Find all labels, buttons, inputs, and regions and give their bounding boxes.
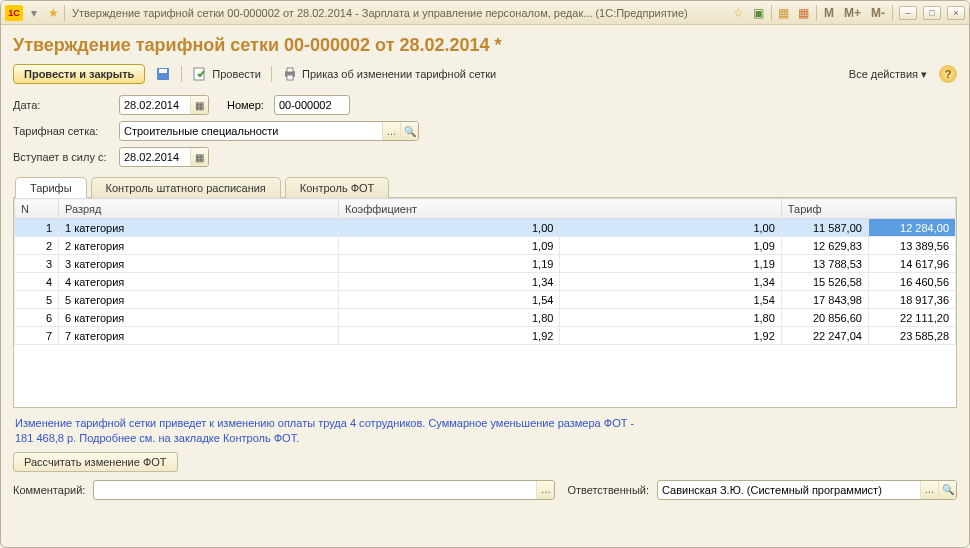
cell-n[interactable]: 6 [15, 309, 59, 327]
cell-t2[interactable]: 18 917,36 [868, 291, 955, 309]
submit-close-button[interactable]: Провести и закрыть [13, 64, 145, 84]
cell-c1[interactable]: 1,00 [339, 219, 560, 237]
cell-c2[interactable]: 1,54 [560, 291, 781, 309]
recalc-fot-button[interactable]: Рассчитать изменение ФОТ [13, 452, 178, 472]
cell-n[interactable]: 1 [15, 219, 59, 237]
search-icon[interactable]: 🔍 [938, 481, 956, 499]
table-row[interactable]: 77 категория1,921,9222 247,0423 585,28 [15, 327, 956, 345]
cell-t2[interactable]: 14 617,96 [868, 255, 955, 273]
cell-t2[interactable]: 22 111,20 [868, 309, 955, 327]
table-row[interactable]: 66 категория1,801,8020 856,6022 111,20 [15, 309, 956, 327]
tariff-table[interactable]: N Разряд Коэффициент Тариф 11 категория1… [14, 198, 956, 345]
col-tarif[interactable]: Тариф [781, 199, 955, 219]
cell-razryad[interactable]: 7 категория [59, 327, 339, 345]
cell-n[interactable]: 3 [15, 255, 59, 273]
cell-t2[interactable]: 16 460,56 [868, 273, 955, 291]
cell-t2[interactable]: 23 585,28 [868, 327, 955, 345]
tab-tariffs[interactable]: Тарифы [15, 177, 87, 198]
cell-c1[interactable]: 1,54 [339, 291, 560, 309]
page-title: Утверждение тарифной сетки 00-000002 от … [13, 33, 957, 64]
ellipsis-icon[interactable]: … [382, 122, 400, 140]
cell-t1[interactable]: 17 843,98 [781, 291, 868, 309]
cell-n[interactable]: 2 [15, 237, 59, 255]
tab-staff-control[interactable]: Контроль штатного расписания [91, 177, 281, 198]
submit-button[interactable]: Провести [188, 64, 265, 84]
separator [271, 66, 272, 82]
history-icon[interactable]: ▣ [751, 5, 767, 21]
info-text: Изменение тарифной сетки приведет к изме… [13, 408, 653, 452]
cell-c2[interactable]: 1,92 [560, 327, 781, 345]
grid-input[interactable] [120, 125, 382, 137]
fav-star-icon[interactable]: ☆ [731, 5, 747, 21]
cell-n[interactable]: 7 [15, 327, 59, 345]
calc-icon[interactable]: ▦ [776, 5, 792, 21]
calendar-picker-icon[interactable]: ▦ [190, 96, 208, 114]
cell-c1[interactable]: 1,34 [339, 273, 560, 291]
responsible-label: Ответственный: [561, 484, 651, 496]
cell-razryad[interactable]: 3 категория [59, 255, 339, 273]
ellipsis-icon[interactable]: … [536, 481, 554, 499]
cell-t1[interactable]: 11 587,00 [781, 219, 868, 237]
ellipsis-icon[interactable]: … [920, 481, 938, 499]
date-input[interactable] [120, 99, 190, 111]
cell-razryad[interactable]: 2 категория [59, 237, 339, 255]
table-row[interactable]: 33 категория1,191,1913 788,5314 617,96 [15, 255, 956, 273]
cell-n[interactable]: 5 [15, 291, 59, 309]
comment-input[interactable] [94, 484, 536, 496]
all-actions-button[interactable]: Все действия ▾ [849, 68, 927, 81]
memory-mminus-button[interactable]: M- [868, 6, 888, 20]
effective-input[interactable] [120, 151, 190, 163]
cell-t1[interactable]: 13 788,53 [781, 255, 868, 273]
cell-t1[interactable]: 20 856,60 [781, 309, 868, 327]
star-icon[interactable]: ★ [45, 5, 61, 21]
cell-c1[interactable]: 1,80 [339, 309, 560, 327]
main-area: Утверждение тарифной сетки 00-000002 от … [1, 25, 969, 508]
table-row[interactable]: 11 категория1,001,0011 587,0012 284,00 [15, 219, 956, 237]
cell-c2[interactable]: 1,19 [560, 255, 781, 273]
cell-razryad[interactable]: 4 категория [59, 273, 339, 291]
table-row[interactable]: 22 категория1,091,0912 629,8313 389,56 [15, 237, 956, 255]
number-input[interactable] [275, 99, 349, 111]
cell-c1[interactable]: 1,92 [339, 327, 560, 345]
search-icon[interactable]: 🔍 [400, 122, 418, 140]
cell-c1[interactable]: 1,09 [339, 237, 560, 255]
tab-fot-control[interactable]: Контроль ФОТ [285, 177, 389, 198]
table-row[interactable]: 44 категория1,341,3415 526,5816 460,56 [15, 273, 956, 291]
cell-t1[interactable]: 12 629,83 [781, 237, 868, 255]
calendar-icon[interactable]: ▦ [796, 5, 812, 21]
help-icon[interactable]: ? [939, 65, 957, 83]
cell-razryad[interactable]: 1 категория [59, 219, 339, 237]
memory-m-button[interactable]: M [821, 6, 837, 20]
cell-razryad[interactable]: 6 категория [59, 309, 339, 327]
col-coef[interactable]: Коэффициент [339, 199, 782, 219]
maximize-button[interactable]: □ [923, 6, 941, 20]
cell-c2[interactable]: 1,00 [560, 219, 781, 237]
order-button[interactable]: Приказ об изменении тарифной сетки [278, 64, 500, 84]
toolbar: Провести и закрыть Провести Приказ об из… [13, 64, 957, 92]
table-row[interactable]: 55 категория1,541,5417 843,9818 917,36 [15, 291, 956, 309]
cell-c2[interactable]: 1,80 [560, 309, 781, 327]
cell-t1[interactable]: 15 526,58 [781, 273, 868, 291]
responsible-input[interactable] [658, 484, 920, 496]
cell-c2[interactable]: 1,09 [560, 237, 781, 255]
separator [892, 5, 893, 21]
cell-c2[interactable]: 1,34 [560, 273, 781, 291]
memory-mplus-button[interactable]: M+ [841, 6, 864, 20]
col-n[interactable]: N [15, 199, 59, 219]
app-1c-icon: 1C [5, 5, 23, 21]
cell-t2[interactable]: 13 389,56 [868, 237, 955, 255]
close-button[interactable]: × [947, 6, 965, 20]
save-button[interactable] [151, 64, 175, 84]
cell-razryad[interactable]: 5 категория [59, 291, 339, 309]
dropdown-icon[interactable]: ▾ [26, 5, 42, 21]
comment-label: Комментарий: [13, 484, 87, 496]
cell-t2[interactable]: 12 284,00 [868, 219, 955, 237]
cell-n[interactable]: 4 [15, 273, 59, 291]
cell-t1[interactable]: 22 247,04 [781, 327, 868, 345]
date-label: Дата: [13, 99, 113, 111]
cell-c1[interactable]: 1,19 [339, 255, 560, 273]
col-razryad[interactable]: Разряд [59, 199, 339, 219]
tariff-table-wrap: N Разряд Коэффициент Тариф 11 категория1… [13, 198, 957, 408]
calendar-picker-icon[interactable]: ▦ [190, 148, 208, 166]
minimize-button[interactable]: – [899, 6, 917, 20]
